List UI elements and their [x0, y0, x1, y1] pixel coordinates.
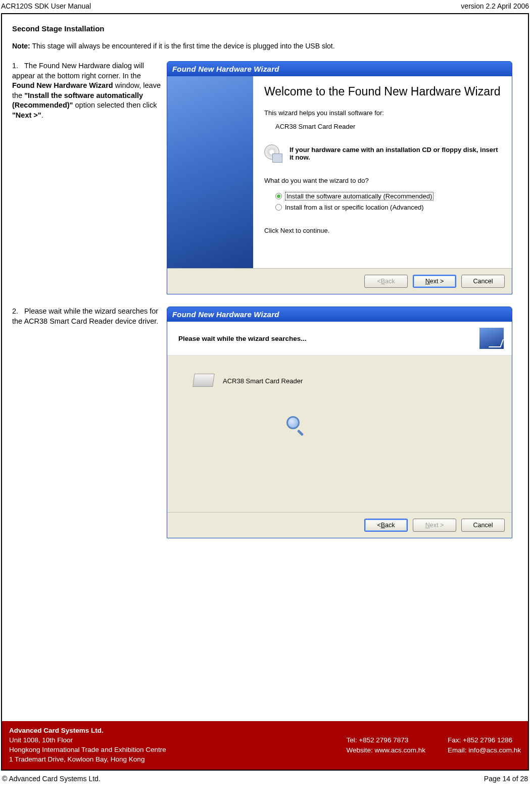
step-2-text: 2.Please wait while the wizard searches …	[12, 307, 163, 538]
next-post: ext >	[430, 278, 444, 285]
back-u: B	[381, 278, 385, 285]
contact-col1: Tel: +852 2796 7873 Website: www.acs.com…	[346, 735, 425, 756]
note-label: Note:	[12, 42, 30, 50]
back2-pre: <	[377, 522, 380, 529]
back-pre: <	[377, 278, 380, 285]
wizard-1-body: Welcome to the Found New Hardware Wizard…	[167, 76, 512, 268]
wizard-2-heading: Please wait while the wizard searches...	[178, 335, 307, 342]
page-number: Page 14 of 28	[484, 775, 528, 783]
step-1-num: 1.	[12, 61, 24, 71]
fax: Fax: +852 2796 1286	[448, 735, 521, 745]
wizard-2-device: ACR38 Smart Card Reader	[223, 377, 303, 385]
wizard-1-footer: < Back Next > Cancel	[167, 268, 512, 294]
back2-post: ack	[385, 522, 395, 529]
wizard-1-content: Welcome to the Found New Hardware Wizard…	[253, 76, 512, 268]
wizard-1: Found New Hardware Wizard Welcome to the…	[167, 61, 512, 294]
next-u: N	[425, 278, 430, 285]
email: Email: info@acs.com.hk	[448, 745, 521, 755]
wizard-2: Found New Hardware Wizard Please wait wh…	[167, 307, 512, 538]
radio-auto[interactable]: Install the software automatically (Reco…	[264, 190, 501, 202]
radio-auto-input[interactable]	[275, 193, 282, 199]
company-footer: Advanced Card Systems Ltd. Unit 1008, 10…	[2, 721, 528, 770]
s1-b1: Found New Hardware Wizard	[12, 81, 113, 89]
wizard-2-footer: < Back Next > Cancel	[167, 512, 512, 538]
step-1-row: 1.The Found New Hardware dialog will app…	[12, 61, 518, 294]
search-icon	[283, 416, 304, 436]
device-icon	[192, 371, 216, 391]
wizard-1-sidebar	[167, 76, 253, 268]
radio-advanced-input[interactable]	[275, 204, 282, 211]
company-contact: Tel: +852 2796 7873 Website: www.acs.com…	[346, 735, 521, 756]
note-line: Note: This stage will always be encounte…	[12, 42, 518, 50]
wizard-1-question: What do you want the wizard to do?	[264, 177, 501, 184]
wizard-1-heading: Welcome to the Found New Hardware Wizard	[264, 84, 501, 99]
next-button[interactable]: Next >	[413, 275, 456, 288]
s1-t4: .	[41, 111, 43, 119]
note-text: This stage will always be encountered if…	[30, 42, 335, 50]
wizard-2-header: Please wait while the wizard searches...	[167, 322, 512, 356]
wizard-1-cd-row: If your hardware came with an installati…	[264, 144, 501, 163]
next-button-2: Next >	[413, 519, 456, 532]
cancel-button[interactable]: Cancel	[461, 275, 505, 288]
s1-t1: The Found New Hardware dialog will appea…	[12, 62, 144, 80]
wizard-2-content: ACR38 Smart Card Reader	[167, 356, 512, 512]
step-2-num: 2.	[12, 307, 24, 317]
back-button-2[interactable]: < Back	[364, 519, 408, 532]
radio-advanced-label: Install from a list or specific location…	[285, 204, 424, 211]
next2-post: ext >	[430, 522, 444, 529]
addr3: 1 Trademart Drive, Kowloon Bay, Hong Kon…	[9, 755, 166, 765]
wizard-2-device-row: ACR38 Smart Card Reader	[192, 371, 487, 391]
doc-title: ACR120S SDK User Manual	[1, 2, 91, 10]
page-header: ACR120S SDK User Manual version 2.2 Apri…	[0, 0, 530, 13]
step-2-row: 2.Please wait while the wizard searches …	[12, 307, 518, 538]
cancel-button-2[interactable]: Cancel	[461, 519, 505, 532]
wizard-1-cd-text: If your hardware came with an installati…	[290, 146, 501, 161]
radio-advanced[interactable]: Install from a list or specific location…	[264, 202, 501, 213]
wizard-2-body: Please wait while the wizard searches...…	[167, 322, 512, 512]
tel: Tel: +852 2796 7873	[346, 735, 425, 745]
contact-col2: Fax: +852 2796 1286 Email: info@acs.com.…	[448, 735, 521, 756]
wizard-1-p1: This wizard helps you install software f…	[264, 109, 501, 117]
company-name: Advanced Card Systems Ltd.	[9, 726, 166, 736]
wizard-2-titlebar: Found New Hardware Wizard	[167, 307, 512, 322]
next2-u: N	[425, 522, 430, 529]
back-post: ack	[385, 278, 395, 285]
back2-u: B	[381, 522, 385, 529]
s2-text: Please wait while the wizard searches fo…	[12, 307, 158, 325]
back-button: < Back	[364, 275, 408, 288]
addr1: Unit 1008, 10th Floor	[9, 736, 166, 745]
copyright: © Advanced Card Systems Ltd.	[2, 775, 101, 783]
wizard-1-device: ACR38 Smart Card Reader	[264, 123, 501, 130]
cd-icon	[264, 144, 282, 163]
s1-b3: "Next >"	[12, 111, 41, 119]
doc-version: version 2.2 April 2006	[461, 2, 529, 10]
page-bottom: © Advanced Card Systems Ltd. Page 14 of …	[0, 771, 530, 783]
hardware-icon	[479, 328, 504, 349]
s1-t3: option selected then click	[73, 101, 157, 109]
step-1-text: 1.The Found New Hardware dialog will app…	[12, 61, 163, 294]
wizard-1-titlebar: Found New Hardware Wizard	[167, 62, 512, 76]
wizard-1-continue: Click Next to continue.	[264, 227, 501, 234]
page-frame: Second Stage Installation Note: This sta…	[1, 13, 529, 771]
addr2: Hongkong International Trade and Exhibit…	[9, 745, 166, 755]
company-address: Advanced Card Systems Ltd. Unit 1008, 10…	[9, 726, 166, 765]
section-title: Second Stage Installation	[12, 24, 518, 33]
web: Website: www.acs.com.hk	[346, 745, 425, 755]
radio-auto-label: Install the software automatically (Reco…	[285, 192, 433, 200]
